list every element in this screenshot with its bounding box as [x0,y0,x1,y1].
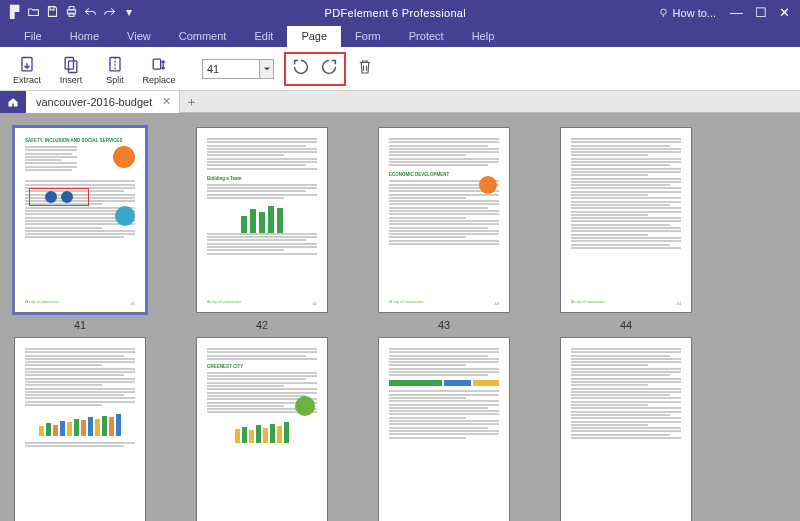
menu-bar: File Home View Comment Edit Page Form Pr… [0,25,800,47]
page-number-label: 41 [74,319,86,331]
minimize-button[interactable]: — [730,5,743,20]
menu-protect[interactable]: Protect [395,26,458,47]
rotate-right-icon [318,56,340,78]
lightbulb-icon [658,7,669,18]
open-icon[interactable] [27,5,40,20]
trash-icon [356,57,374,77]
split-button[interactable]: Split [96,55,134,85]
insert-button[interactable]: Insert [52,55,90,85]
menu-form[interactable]: Form [341,26,395,47]
app-logo-icon: ▛ [8,6,21,19]
maximize-button[interactable]: ☐ [755,5,767,20]
extract-button[interactable]: Extract [8,55,46,85]
title-bar: ▛ ▾ PDFelement 6 Professional How to... … [0,0,800,25]
quick-access-toolbar: ▛ ▾ [0,5,143,20]
delete-page-button[interactable] [356,57,374,81]
svg-rect-1 [69,7,74,10]
rotate-left-button[interactable] [290,56,312,82]
howto-link[interactable]: How to... [658,7,716,19]
svg-rect-8 [153,59,161,69]
insert-icon [61,55,81,75]
replace-button[interactable]: Replace [140,55,178,85]
menu-file[interactable]: File [10,26,56,47]
undo-icon[interactable] [84,5,97,20]
page-thumbnail[interactable] [14,337,146,521]
menu-page[interactable]: Page [287,26,341,47]
page-number-label: 42 [256,319,268,331]
extract-icon [17,55,37,75]
replace-icon [149,55,169,75]
menu-edit[interactable]: Edit [240,26,287,47]
save-icon[interactable] [46,5,59,20]
document-tab-label: vancouver-2016-budget [36,96,152,108]
redo-icon[interactable] [103,5,116,20]
document-tab-strip: vancouver-2016-budget ✕ ＋ [0,91,800,113]
ribbon: Extract Insert Split Replace [0,47,800,91]
page-thumbnail[interactable] [560,337,692,521]
page-thumbnail[interactable] [378,337,510,521]
page-number-dropdown[interactable] [260,59,274,79]
menu-comment[interactable]: Comment [165,26,241,47]
split-icon [105,55,125,75]
window-controls: — ☐ ✕ [730,5,790,20]
page-thumbnail[interactable]: ✿ city of vancouver44 44 [560,127,692,331]
page-thumbnail[interactable]: ECONOMIC DEVELOPMENT ✿ city of vancouver… [378,127,510,331]
page-number-control [202,59,274,79]
page-thumbnail[interactable]: SAFETY, INCLUSION AND SOCIAL SERVICES ✿ … [14,127,146,331]
menu-help[interactable]: Help [458,26,509,47]
page-thumbnail-grid[interactable]: SAFETY, INCLUSION AND SOCIAL SERVICES ✿ … [0,113,800,521]
menu-view[interactable]: View [113,26,165,47]
page-thumbnail[interactable]: GREENEST CITY [196,337,328,521]
svg-rect-6 [69,60,77,72]
print-icon[interactable] [65,5,78,20]
home-icon [7,96,19,108]
svg-rect-2 [69,13,74,16]
rotate-controls-highlight [284,52,346,86]
home-tab[interactable] [0,91,26,113]
svg-rect-5 [65,57,73,69]
new-tab-button[interactable]: ＋ [180,93,202,111]
close-button[interactable]: ✕ [779,5,790,20]
close-tab-button[interactable]: ✕ [162,95,171,108]
document-tab[interactable]: vancouver-2016-budget ✕ [26,91,180,113]
page-number-label: 43 [438,319,450,331]
quick-access-dropdown-icon[interactable]: ▾ [122,6,135,19]
page-number-label: 44 [620,319,632,331]
chevron-down-icon [263,65,271,73]
menu-home[interactable]: Home [56,26,113,47]
svg-point-3 [660,9,666,15]
rotate-left-icon [290,56,312,78]
page-thumbnail[interactable]: Building a Team ✿ city of vancouver42 42 [196,127,328,331]
rotate-right-button[interactable] [318,56,340,82]
page-number-input[interactable] [202,59,260,79]
app-title: PDFelement 6 Professional [143,7,648,19]
